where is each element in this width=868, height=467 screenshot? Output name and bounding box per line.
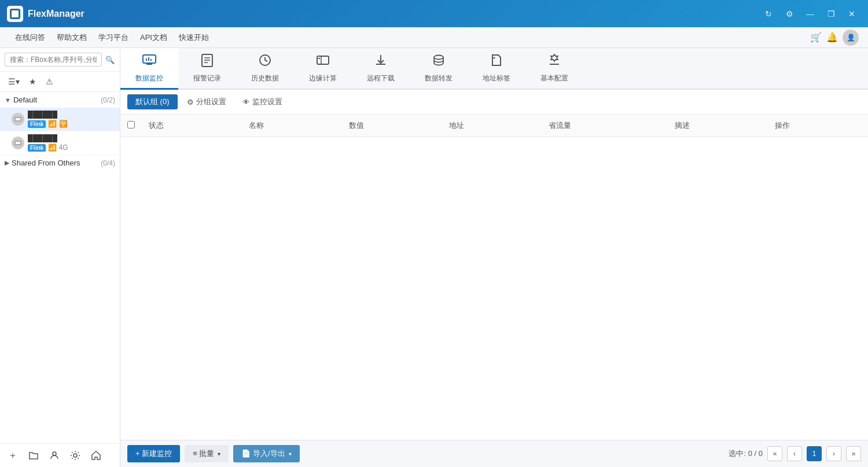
data-forward-icon [431,53,446,71]
sub-tab-default-group[interactable]: 默认组 (0) [127,94,178,109]
page-number: 1 [812,450,816,458]
tab-alarm-records-label: 报警记录 [193,73,221,83]
alarm-records-icon [200,53,215,71]
select-all-checkbox[interactable] [127,121,135,128]
add-monitor-label: + 新建监控 [135,448,172,459]
menu-api[interactable]: API文档 [134,30,173,45]
tab-history-data[interactable]: 历史数据 [236,48,294,90]
device-item-2[interactable]: ██████ Flink 📶 4G [0,131,120,155]
group-shared-name: Shared From Others [12,159,101,167]
import-export-button[interactable]: 📄 导入/导出 ▾ [233,445,299,462]
device-status-1: 📶 🛜 [48,120,67,128]
user-button[interactable] [46,447,62,464]
sidebar: 🔍 ☰▾ ★ ⚠ ▼ Default (0/2) ██████ Flink [0,48,120,467]
app-title: FlexManager [28,9,752,19]
device-item-1[interactable]: ██████ Flink 📶 🛜 [0,108,120,131]
pagination-area: 选中: 0 / 0 « ‹ 1 › » [729,446,861,461]
col-description: 摘述 [668,115,768,137]
import-export-label: 📄 导入/导出 [241,448,285,459]
device-icon-1 [12,113,24,126]
tab-bar: 数据监控 报警记录 历史数据 边缘计算 [120,48,868,90]
menu-help[interactable]: 帮助文档 [51,30,93,45]
menu-faq[interactable]: 在线问答 [9,30,51,45]
expand-arrow-shared-icon: ▶ [5,159,9,167]
remote-download-icon [373,53,388,71]
settings-footer-button[interactable] [67,447,83,464]
tab-data-monitor[interactable]: 数据监控 [120,48,178,90]
alert-button[interactable]: ⚠ [42,75,57,88]
sub-tab-group-settings[interactable]: ⚙ 分组设置 [180,94,233,109]
tab-address-label[interactable]: 地址标签 [468,48,525,90]
svg-point-19 [434,56,443,60]
sidebar-toolbar: ☰▾ ★ ⚠ [0,72,120,92]
device-badges-1: Flink 📶 🛜 [28,120,115,128]
user-avatar[interactable]: 👤 [843,30,859,46]
col-checkbox [120,115,142,137]
prev-page-button[interactable]: ‹ [787,446,802,461]
add-device-button[interactable]: ＋ [5,447,21,464]
tab-edge-compute[interactable]: 边缘计算 [294,48,352,90]
device-icon-2 [12,137,24,149]
close-button[interactable]: ✕ [843,6,861,22]
window-controls: ↻ ⚙ — ❐ ✕ [759,6,861,22]
restore-button[interactable]: ❐ [822,6,840,22]
tab-remote-download-label: 远程下载 [367,73,395,83]
svg-rect-1 [16,118,20,120]
history-data-icon [258,53,273,71]
folder-button[interactable] [25,447,42,464]
home-button[interactable] [88,447,104,464]
current-page-button[interactable]: 1 [807,446,822,461]
sub-tab-default-group-label: 默认组 (0) [135,97,170,106]
menu-learn[interactable]: 学习平台 [93,30,134,45]
sub-tab-bar: 默认组 (0) ⚙ 分组设置 👁 监控设置 [120,90,868,115]
svg-rect-16 [317,56,329,64]
settings-button[interactable]: ⚙ [780,6,799,22]
tab-basic-config[interactable]: 基本配置 [525,48,583,90]
device-info-2: ██████ Flink 📶 4G [28,134,115,152]
import-export-dropdown-arrow-icon: ▾ [289,451,292,457]
svg-point-5 [73,454,77,457]
cart-icon[interactable]: 🛒 [810,32,822,43]
first-page-button[interactable]: « [767,446,782,461]
col-name: 名称 [242,115,342,137]
favorites-button[interactable]: ★ [25,75,40,88]
group-shared[interactable]: ▶ Shared From Others (0/4) [0,155,120,171]
col-operation: 操作 [768,115,868,137]
sub-tab-monitor-settings[interactable]: 👁 监控设置 [236,94,289,109]
main-layout: 🔍 ☰▾ ★ ⚠ ▼ Default (0/2) ██████ Flink [0,48,868,467]
search-button[interactable]: 🔍 [104,53,115,67]
tab-data-forward[interactable]: 数据转发 [410,48,468,90]
edge-compute-icon [315,53,330,71]
search-input[interactable] [5,53,102,67]
minimize-button[interactable]: — [801,6,819,22]
col-value: 数值 [342,115,442,137]
tab-remote-download[interactable]: 远程下载 [352,48,410,90]
batch-button[interactable]: ≡ 批量 ▾ [185,445,229,462]
last-page-button[interactable]: » [846,446,861,461]
flink-badge-2: Flink [28,144,46,152]
gear-icon: ⚙ [187,98,194,106]
tab-alarm-records[interactable]: 报警记录 [178,48,236,90]
batch-dropdown-arrow-icon: ▾ [218,451,220,457]
device-info-1: ██████ Flink 📶 🛜 [28,111,115,128]
next-page-button[interactable]: › [826,446,841,461]
group-default[interactable]: ▼ Default (0/2) [0,92,120,108]
next-next-label: » [852,450,856,458]
refresh-button[interactable]: ↻ [759,6,778,22]
col-status: 状态 [142,115,242,137]
col-save-traffic: 省流量 [542,115,668,137]
add-monitor-button[interactable]: + 新建监控 [127,445,180,462]
svg-point-4 [53,452,56,455]
tab-data-monitor-label: 数据监控 [135,73,163,83]
prev-label: ‹ [793,450,796,458]
bell-icon[interactable]: 🔔 [826,32,838,43]
bottom-bar: + 新建监控 ≡ 批量 ▾ 📄 导入/导出 ▾ 选中: 0 / 0 « ‹ 1 [120,440,868,467]
expand-arrow-icon: ▼ [5,97,11,104]
list-view-button[interactable]: ☰▾ [5,75,23,88]
device-badges-2: Flink 📶 4G [28,144,115,152]
next-label: › [833,450,835,458]
svg-point-20 [494,57,495,59]
menu-quickstart[interactable]: 快速开始 [173,30,215,45]
tab-history-data-label: 历史数据 [251,73,279,83]
device-name-1: ██████ [28,111,115,119]
